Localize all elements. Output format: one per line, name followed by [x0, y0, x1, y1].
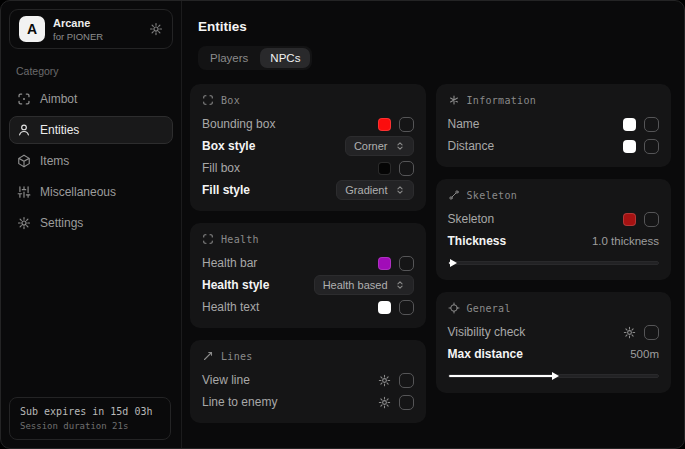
dropdown-box-style[interactable]: Corner — [345, 136, 414, 156]
thickness-slider[interactable] — [448, 261, 660, 265]
session-duration: Session duration 21s — [20, 421, 160, 431]
sidebar-item-label: Aimbot — [40, 92, 77, 106]
setting-label: Max distance — [448, 347, 523, 361]
card-information-header: Information — [448, 94, 660, 106]
card-title: Box — [221, 95, 240, 106]
items-icon — [17, 154, 31, 168]
checkbox-visibility-check[interactable] — [644, 325, 659, 340]
setting-label: Distance — [448, 139, 495, 153]
row-distance: Distance — [448, 135, 660, 157]
gear-icon[interactable] — [378, 374, 391, 387]
diagonal-line-icon — [202, 350, 214, 362]
tab-bar: Players NPCs — [198, 46, 312, 70]
brackets-icon — [202, 233, 214, 245]
sidebar-item-label: Miscellaneous — [40, 185, 116, 199]
color-swatch-bounding-box[interactable] — [378, 118, 391, 131]
sidebar-nav: Aimbot Entities Items Miscellaneous Sett… — [9, 85, 173, 237]
color-swatch-fill-box[interactable] — [378, 162, 391, 175]
row-skeleton: Skeleton — [448, 208, 660, 230]
checkbox-fill-box[interactable] — [399, 161, 414, 176]
gear-icon[interactable] — [149, 22, 163, 36]
setting-label: Line to enemy — [202, 395, 277, 409]
max-distance-slider-handle[interactable] — [449, 375, 554, 377]
setting-label: Fill style — [202, 183, 250, 197]
color-swatch-skeleton[interactable] — [623, 213, 636, 226]
miscellaneous-icon — [17, 185, 31, 199]
gear-icon[interactable] — [623, 326, 636, 339]
sidebar-item-items[interactable]: Items — [9, 147, 173, 175]
checkbox-health-bar[interactable] — [399, 256, 414, 271]
bone-icon — [448, 189, 460, 201]
sidebar-item-entities[interactable]: Entities — [9, 116, 173, 144]
checkbox-health-text[interactable] — [399, 300, 414, 315]
entities-icon — [17, 123, 31, 137]
setting-label: Thickness — [448, 234, 507, 248]
row-name: Name — [448, 113, 660, 135]
card-title: General — [467, 303, 511, 314]
row-view-line: View line — [202, 369, 414, 391]
card-general: General Visibility check Max distance 50… — [436, 292, 672, 393]
setting-label: Skeleton — [448, 212, 495, 226]
thickness-slider-handle[interactable] — [449, 262, 451, 264]
row-fill-box: Fill box — [202, 157, 414, 179]
dropdown-value: Corner — [354, 140, 388, 152]
row-thickness: Thickness 1.0 thickness — [448, 230, 660, 252]
color-swatch-health-text[interactable] — [378, 301, 391, 314]
row-health-style: Health style Health based — [202, 274, 414, 296]
setting-label: Health bar — [202, 256, 257, 270]
row-visibility-check: Visibility check — [448, 321, 660, 343]
checkbox-name[interactable] — [644, 117, 659, 132]
card-lines: Lines View line Line to enemy — [190, 340, 426, 423]
gear-icon[interactable] — [378, 396, 391, 409]
tab-npcs[interactable]: NPCs — [260, 48, 310, 68]
card-health-header: Health — [202, 233, 414, 245]
color-swatch-distance[interactable] — [623, 140, 636, 153]
left-column: Box Bounding box Box style Corner — [190, 84, 426, 423]
arcane-window: A Arcane for PIONER Category Aimbot Enti… — [0, 0, 685, 449]
sidebar-item-aimbot[interactable]: Aimbot — [9, 85, 173, 113]
max-distance-value: 500m — [630, 348, 659, 360]
sidebar-item-settings[interactable]: Settings — [9, 209, 173, 237]
setting-label: Fill box — [202, 161, 240, 175]
dropdown-health-style[interactable]: Health based — [314, 275, 414, 295]
color-swatch-name[interactable] — [623, 118, 636, 131]
setting-label: Health text — [202, 300, 259, 314]
app-logo: A — [19, 16, 45, 42]
checkbox-line-to-enemy[interactable] — [399, 395, 414, 410]
row-max-distance: Max distance 500m — [448, 343, 660, 365]
row-box-style: Box style Corner — [202, 135, 414, 157]
color-swatch-health-bar[interactable] — [378, 257, 391, 270]
card-box: Box Bounding box Box style Corner — [190, 84, 426, 211]
card-title: Health — [221, 234, 259, 245]
asterisk-icon — [448, 94, 460, 106]
setting-label: Bounding box — [202, 117, 275, 131]
crosshair-icon — [448, 302, 460, 314]
thickness-value: 1.0 thickness — [592, 235, 659, 247]
card-title: Information — [467, 95, 537, 106]
main-panel: Entities Players NPCs Box Bounding box — [182, 1, 684, 448]
sidebar: A Arcane for PIONER Category Aimbot Enti… — [1, 1, 182, 448]
sidebar-item-label: Entities — [40, 123, 79, 137]
row-line-to-enemy: Line to enemy — [202, 391, 414, 413]
setting-label: View line — [202, 373, 250, 387]
row-health-text: Health text — [202, 296, 414, 318]
subscription-box: Sub expires in 15d 03h Session duration … — [9, 397, 171, 440]
unfold-icon — [395, 280, 405, 290]
max-distance-slider[interactable] — [448, 374, 660, 378]
tab-players[interactable]: Players — [200, 48, 258, 68]
card-title: Skeleton — [467, 190, 518, 201]
sidebar-item-label: Items — [40, 154, 69, 168]
dropdown-fill-style[interactable]: Gradient — [336, 180, 413, 200]
card-title: Lines — [221, 351, 253, 362]
checkbox-bounding-box[interactable] — [399, 117, 414, 132]
card-information: Information Name Distance — [436, 84, 672, 167]
sidebar-item-miscellaneous[interactable]: Miscellaneous — [9, 178, 173, 206]
setting-label: Name — [448, 117, 480, 131]
unfold-icon — [395, 141, 405, 151]
settings-icon — [17, 216, 31, 230]
brand-text: Arcane for PIONER — [53, 17, 141, 42]
checkbox-skeleton[interactable] — [644, 212, 659, 227]
card-box-header: Box — [202, 94, 414, 106]
checkbox-distance[interactable] — [644, 139, 659, 154]
checkbox-view-line[interactable] — [399, 373, 414, 388]
